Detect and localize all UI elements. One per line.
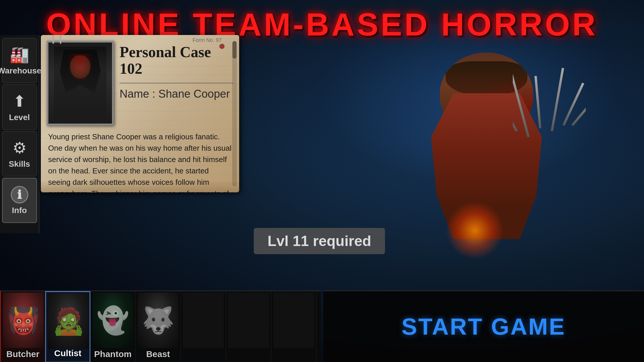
- character-photo-frame: [47, 41, 114, 125]
- cultist-bg: 🧟: [48, 294, 89, 349]
- char-slot-empty-1[interactable]: [181, 291, 226, 362]
- empty3-bg: [273, 293, 314, 348]
- portrait-figure: [54, 47, 106, 120]
- scrollbar-thumb: [232, 41, 237, 59]
- char-label-butcher: Butcher: [6, 349, 39, 359]
- char-label-cultist: Cultist: [54, 348, 81, 358]
- char-portrait-empty-2: [228, 293, 269, 348]
- start-game-button[interactable]: START GAME: [402, 313, 566, 340]
- beast-art: 🐺: [138, 293, 178, 348]
- char-portrait-cultist: 🧟: [48, 294, 89, 349]
- info-icon: ℹ: [11, 186, 28, 203]
- character-photo: [48, 43, 112, 124]
- empty1-bg: [183, 293, 224, 348]
- monster-artwork: [358, 35, 621, 274]
- char-slot-beast[interactable]: 🐺 Beast: [136, 291, 181, 362]
- card-scrollbar[interactable]: [232, 41, 237, 187]
- phantom-art: 👻: [92, 293, 133, 348]
- char-portrait-beast: 🐺: [138, 293, 178, 348]
- char-slot-empty-3[interactable]: [271, 291, 316, 362]
- main-panel: Form No. 97 Personal Case 102 Name : Sha…: [41, 35, 245, 198]
- butcher-art: 👹: [3, 293, 44, 348]
- form-number: Form No. 97: [192, 37, 222, 43]
- cultist-art: 🧟: [48, 294, 89, 349]
- char-portrait-empty-3: [273, 293, 314, 348]
- level-required-overlay: Lvl 11 required: [254, 228, 385, 254]
- card-stain: [219, 44, 225, 49]
- start-game-area: START GAME: [323, 291, 644, 362]
- case-title: Personal Case 102: [120, 44, 233, 77]
- beast-bg: 🐺: [138, 293, 178, 348]
- character-select-bar: 👹 Butcher 🧟 Cultist 👻 Phantom 🐺 Beast: [0, 291, 321, 362]
- level-required-text: Lvl 11 required: [267, 233, 371, 249]
- case-name: Name : Shane Cooper: [120, 88, 233, 100]
- skills-icon: ⚙: [13, 139, 27, 157]
- char-slot-phantom[interactable]: 👻 Phantom: [90, 291, 136, 362]
- char-slot-cultist[interactable]: 🧟 Cultist: [45, 291, 90, 362]
- portrait-blood: [67, 54, 93, 83]
- case-divider: [120, 83, 233, 83]
- sidebar-item-level[interactable]: ⬆ Level: [2, 85, 37, 130]
- sidebar-label-skills: Skills: [9, 159, 30, 169]
- card-header: Personal Case 102 Name : Shane Cooper: [47, 41, 233, 125]
- sidebar-item-info[interactable]: ℹ Info: [2, 178, 37, 223]
- level-icon: ⬆: [13, 92, 26, 110]
- char-label-beast: Beast: [146, 349, 170, 359]
- char-portrait-phantom: 👻: [92, 293, 133, 348]
- fire-glow: [446, 201, 504, 259]
- case-description: Young priest Shane Cooper was a religiou…: [47, 131, 233, 192]
- case-card: Form No. 97 Personal Case 102 Name : Sha…: [41, 35, 239, 192]
- paperclip-decoration: [52, 35, 61, 44]
- sidebar-label-level: Level: [9, 113, 30, 122]
- sidebar-label-info: Info: [12, 206, 27, 215]
- butcher-bg: 👹: [3, 293, 44, 348]
- card-title-area: Personal Case 102 Name : Shane Cooper: [120, 41, 233, 100]
- phantom-bg: 👻: [92, 293, 133, 348]
- char-slot-empty-2[interactable]: [226, 291, 271, 362]
- sidebar-label-warehouse: Warehouse: [0, 66, 41, 75]
- char-portrait-empty-1: [183, 293, 224, 348]
- empty2-bg: [228, 293, 269, 348]
- sidebar-item-warehouse[interactable]: 🏭 Warehouse: [2, 38, 37, 83]
- monster-figure: [402, 35, 592, 274]
- warehouse-icon: 🏭: [10, 45, 29, 64]
- char-slot-butcher[interactable]: 👹 Butcher: [0, 291, 45, 362]
- monster-spikes: [513, 58, 586, 175]
- char-label-phantom: Phantom: [94, 349, 132, 359]
- char-portrait-butcher: 👹: [3, 293, 44, 348]
- sidebar-item-skills[interactable]: ⚙ Skills: [2, 131, 37, 176]
- sidebar: 🏭 Warehouse ⬆ Level ⚙ Skills ℹ Info: [0, 35, 39, 233]
